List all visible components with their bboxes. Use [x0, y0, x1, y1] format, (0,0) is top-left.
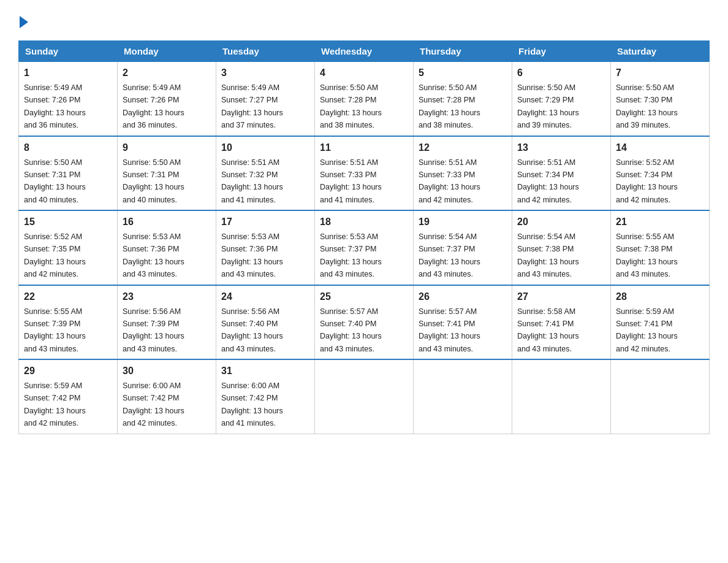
table-row: 26 Sunrise: 5:57 AMSunset: 7:41 PMDaylig…	[414, 285, 512, 360]
table-row	[315, 359, 414, 434]
table-row: 27 Sunrise: 5:58 AMSunset: 7:41 PMDaylig…	[512, 285, 611, 360]
table-row: 11 Sunrise: 5:51 AMSunset: 7:33 PMDaylig…	[315, 136, 414, 211]
day-number: 12	[419, 140, 507, 155]
day-number: 14	[616, 140, 704, 155]
day-info: Sunrise: 5:52 AMSunset: 7:35 PMDaylight:…	[24, 232, 86, 278]
table-row: 9 Sunrise: 5:50 AMSunset: 7:31 PMDayligh…	[118, 136, 216, 211]
day-info: Sunrise: 5:50 AMSunset: 7:28 PMDaylight:…	[419, 83, 480, 129]
day-number: 1	[24, 66, 112, 80]
header-thursday: Thursday	[414, 41, 512, 62]
day-info: Sunrise: 5:50 AMSunset: 7:31 PMDaylight:…	[123, 158, 184, 204]
table-row: 19 Sunrise: 5:54 AMSunset: 7:37 PMDaylig…	[414, 210, 512, 285]
table-row: 28 Sunrise: 5:59 AMSunset: 7:41 PMDaylig…	[611, 285, 710, 360]
day-number: 17	[221, 215, 309, 229]
day-number: 30	[123, 364, 211, 378]
day-info: Sunrise: 5:53 AMSunset: 7:37 PMDaylight:…	[320, 232, 382, 278]
table-row: 3 Sunrise: 5:49 AMSunset: 7:27 PMDayligh…	[216, 62, 315, 136]
calendar-header-row: Sunday Monday Tuesday Wednesday Thursday…	[19, 41, 710, 62]
day-number: 26	[419, 289, 507, 304]
table-row: 8 Sunrise: 5:50 AMSunset: 7:31 PMDayligh…	[19, 136, 118, 211]
logo	[18, 12, 28, 28]
day-info: Sunrise: 5:50 AMSunset: 7:31 PMDaylight:…	[24, 158, 86, 204]
day-number: 25	[320, 289, 408, 304]
day-info: Sunrise: 5:56 AMSunset: 7:40 PMDaylight:…	[221, 307, 283, 353]
header-wednesday: Wednesday	[315, 41, 414, 62]
table-row: 10 Sunrise: 5:51 AMSunset: 7:32 PMDaylig…	[216, 136, 315, 211]
day-info: Sunrise: 5:59 AMSunset: 7:41 PMDaylight:…	[616, 307, 678, 353]
day-info: Sunrise: 5:55 AMSunset: 7:38 PMDaylight:…	[616, 232, 678, 278]
day-info: Sunrise: 5:57 AMSunset: 7:40 PMDaylight:…	[320, 307, 382, 353]
day-number: 19	[419, 215, 507, 229]
header-friday: Friday	[512, 41, 611, 62]
table-row: 30 Sunrise: 6:00 AMSunset: 7:42 PMDaylig…	[118, 359, 216, 434]
day-number: 31	[221, 364, 309, 378]
day-info: Sunrise: 5:49 AMSunset: 7:26 PMDaylight:…	[24, 83, 86, 129]
day-number: 16	[123, 215, 211, 229]
header-sunday: Sunday	[19, 41, 118, 62]
day-info: Sunrise: 5:49 AMSunset: 7:26 PMDaylight:…	[123, 83, 184, 129]
day-number: 5	[419, 66, 507, 80]
day-number: 4	[320, 66, 408, 80]
table-row: 16 Sunrise: 5:53 AMSunset: 7:36 PMDaylig…	[118, 210, 216, 285]
table-row: 23 Sunrise: 5:56 AMSunset: 7:39 PMDaylig…	[118, 285, 216, 360]
day-info: Sunrise: 5:51 AMSunset: 7:32 PMDaylight:…	[221, 158, 283, 204]
day-info: Sunrise: 5:56 AMSunset: 7:39 PMDaylight:…	[123, 307, 184, 353]
day-info: Sunrise: 5:53 AMSunset: 7:36 PMDaylight:…	[221, 232, 283, 278]
day-number: 24	[221, 289, 309, 304]
table-row: 25 Sunrise: 5:57 AMSunset: 7:40 PMDaylig…	[315, 285, 414, 360]
day-info: Sunrise: 5:50 AMSunset: 7:30 PMDaylight:…	[616, 83, 678, 129]
day-info: Sunrise: 5:51 AMSunset: 7:33 PMDaylight:…	[419, 158, 480, 204]
day-number: 13	[517, 140, 605, 155]
day-info: Sunrise: 5:57 AMSunset: 7:41 PMDaylight:…	[419, 307, 480, 353]
page-header	[18, 12, 710, 28]
table-row: 17 Sunrise: 5:53 AMSunset: 7:36 PMDaylig…	[216, 210, 315, 285]
day-info: Sunrise: 5:59 AMSunset: 7:42 PMDaylight:…	[24, 381, 86, 427]
table-row: 2 Sunrise: 5:49 AMSunset: 7:26 PMDayligh…	[118, 62, 216, 136]
day-number: 2	[123, 66, 211, 80]
table-row: 6 Sunrise: 5:50 AMSunset: 7:29 PMDayligh…	[512, 62, 611, 136]
table-row: 24 Sunrise: 5:56 AMSunset: 7:40 PMDaylig…	[216, 285, 315, 360]
table-row: 31 Sunrise: 6:00 AMSunset: 7:42 PMDaylig…	[216, 359, 315, 434]
table-row: 12 Sunrise: 5:51 AMSunset: 7:33 PMDaylig…	[414, 136, 512, 211]
day-info: Sunrise: 5:50 AMSunset: 7:28 PMDaylight:…	[320, 83, 382, 129]
day-number: 20	[517, 215, 605, 229]
table-row: 5 Sunrise: 5:50 AMSunset: 7:28 PMDayligh…	[414, 62, 512, 136]
table-row: 13 Sunrise: 5:51 AMSunset: 7:34 PMDaylig…	[512, 136, 611, 211]
day-number: 6	[517, 66, 605, 80]
day-number: 7	[616, 66, 704, 80]
day-info: Sunrise: 5:51 AMSunset: 7:33 PMDaylight:…	[320, 158, 382, 204]
header-tuesday: Tuesday	[216, 41, 315, 62]
table-row: 18 Sunrise: 5:53 AMSunset: 7:37 PMDaylig…	[315, 210, 414, 285]
day-number: 27	[517, 289, 605, 304]
day-info: Sunrise: 5:53 AMSunset: 7:36 PMDaylight:…	[123, 232, 184, 278]
table-row: 21 Sunrise: 5:55 AMSunset: 7:38 PMDaylig…	[611, 210, 710, 285]
day-number: 9	[123, 140, 211, 155]
day-number: 22	[24, 289, 112, 304]
calendar-week-row: 29 Sunrise: 5:59 AMSunset: 7:42 PMDaylig…	[19, 359, 710, 434]
day-info: Sunrise: 5:54 AMSunset: 7:37 PMDaylight:…	[419, 232, 480, 278]
day-info: Sunrise: 6:00 AMSunset: 7:42 PMDaylight:…	[123, 381, 184, 427]
day-info: Sunrise: 6:00 AMSunset: 7:42 PMDaylight:…	[221, 381, 283, 427]
table-row: 20 Sunrise: 5:54 AMSunset: 7:38 PMDaylig…	[512, 210, 611, 285]
day-info: Sunrise: 5:51 AMSunset: 7:34 PMDaylight:…	[517, 158, 579, 204]
calendar-table: Sunday Monday Tuesday Wednesday Thursday…	[18, 40, 710, 434]
day-number: 3	[221, 66, 309, 80]
table-row	[611, 359, 710, 434]
day-info: Sunrise: 5:49 AMSunset: 7:27 PMDaylight:…	[221, 83, 283, 129]
table-row: 22 Sunrise: 5:55 AMSunset: 7:39 PMDaylig…	[19, 285, 118, 360]
day-number: 18	[320, 215, 408, 229]
header-monday: Monday	[118, 41, 216, 62]
calendar-week-row: 22 Sunrise: 5:55 AMSunset: 7:39 PMDaylig…	[19, 285, 710, 360]
day-number: 29	[24, 364, 112, 378]
day-number: 8	[24, 140, 112, 155]
table-row: 29 Sunrise: 5:59 AMSunset: 7:42 PMDaylig…	[19, 359, 118, 434]
day-info: Sunrise: 5:54 AMSunset: 7:38 PMDaylight:…	[517, 232, 579, 278]
table-row: 4 Sunrise: 5:50 AMSunset: 7:28 PMDayligh…	[315, 62, 414, 136]
table-row: 1 Sunrise: 5:49 AMSunset: 7:26 PMDayligh…	[19, 62, 118, 136]
logo-arrow-icon	[20, 16, 28, 28]
day-number: 15	[24, 215, 112, 229]
table-row	[414, 359, 512, 434]
day-info: Sunrise: 5:52 AMSunset: 7:34 PMDaylight:…	[616, 158, 678, 204]
table-row: 15 Sunrise: 5:52 AMSunset: 7:35 PMDaylig…	[19, 210, 118, 285]
day-number: 23	[123, 289, 211, 304]
